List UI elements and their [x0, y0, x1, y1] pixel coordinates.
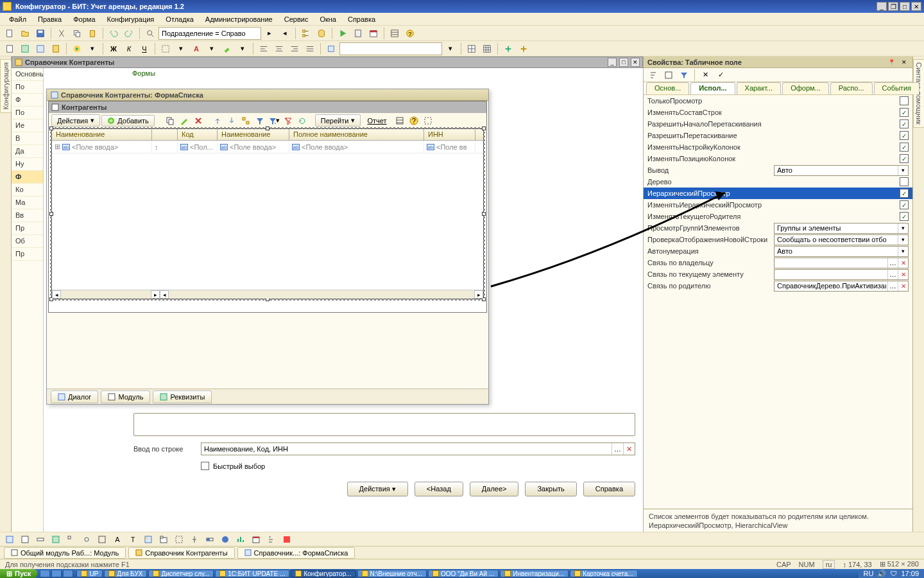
align-center-icon[interactable] [272, 42, 286, 56]
group-icon[interactable] [662, 68, 676, 82]
chart-widget-icon[interactable] [234, 532, 248, 547]
stop-icon[interactable]: ▾ [85, 42, 99, 56]
filter-clear-icon[interactable] [282, 114, 295, 127]
wtab-reference[interactable]: Справочник Контрагенты [128, 547, 234, 559]
scroll-right2-icon[interactable]: ▸ [474, 290, 483, 299]
group-widget-icon[interactable] [172, 532, 186, 547]
calendar-widget-icon[interactable] [249, 532, 263, 547]
prop-tab[interactable]: События [874, 82, 920, 94]
report-button[interactable]: Отчет [362, 116, 391, 126]
cell[interactable]: ↕ [152, 141, 178, 153]
clear-icon[interactable]: ✕ [898, 281, 908, 291]
column-header[interactable]: Полное наименование [289, 129, 424, 140]
cell[interactable]: ab <Поле ввода> [289, 141, 424, 153]
checkbox-icon[interactable]: ✓ [900, 154, 909, 163]
resize-handle[interactable] [482, 127, 486, 130]
tree-item[interactable]: Ф [12, 94, 43, 107]
prop-tab[interactable]: Характ... [737, 82, 782, 94]
add2-icon[interactable] [517, 42, 531, 56]
menu-debug[interactable]: Отладка [160, 14, 198, 24]
widget2-icon[interactable] [18, 532, 32, 547]
taskbar-app[interactable]: N:\Внешние отч... [357, 570, 427, 577]
ellipsis-icon[interactable]: … [887, 270, 898, 279]
cell-icon[interactable] [324, 42, 338, 56]
tray-icon[interactable]: 🔊 [877, 570, 886, 578]
search-input[interactable] [158, 27, 261, 40]
close-button[interactable]: Закрыть [525, 482, 576, 496]
underline-icon[interactable]: Ч [137, 42, 151, 56]
input-by-string-field[interactable]: Наименование, Код, ИНН … ✕ [201, 442, 635, 455]
tab-forms[interactable]: Формы [127, 68, 160, 80]
widget4-icon[interactable] [49, 532, 63, 547]
clear-icon[interactable]: ✕ [698, 68, 712, 82]
resize-handle[interactable] [266, 127, 270, 130]
tree-widget-icon[interactable] [264, 532, 278, 547]
tree-item[interactable]: Ма [12, 197, 43, 209]
cell[interactable]: ab <Поле ввода> [218, 141, 289, 153]
chevron-down-icon[interactable]: ▾ [898, 235, 908, 245]
tree-item[interactable]: Ф [12, 171, 43, 184]
resize-handle[interactable] [49, 127, 53, 130]
tree-item[interactable]: Да [12, 145, 43, 158]
menu-file[interactable]: Файл [4, 14, 31, 24]
chevron-down-icon[interactable]: ▾ [898, 247, 908, 256]
column-header[interactable] [152, 129, 178, 140]
ql-icon[interactable] [40, 570, 50, 577]
copy-icon[interactable] [164, 114, 176, 127]
splitter-widget-icon[interactable] [187, 532, 201, 547]
calendar-icon[interactable] [366, 26, 381, 40]
clear-icon[interactable]: ✕ [623, 443, 635, 455]
align-justify-icon[interactable] [303, 42, 317, 56]
ql-icon[interactable] [51, 570, 62, 577]
scroll-left-icon[interactable]: ◂ [52, 290, 61, 299]
column-header[interactable]: ИНН [424, 129, 475, 140]
clear-icon[interactable]: ✕ [898, 270, 908, 279]
tray-lang[interactable]: RU [864, 570, 874, 577]
delete-icon[interactable] [192, 114, 205, 127]
taskbar-app[interactable]: Для БУХ [104, 570, 147, 577]
prop-select[interactable]: Сообщать о несоответствии отбору▾ [774, 234, 909, 245]
quick-select-checkbox[interactable]: Быстрый выбор [201, 462, 265, 470]
checkbox-icon[interactable]: ✓ [900, 212, 909, 221]
clear-icon[interactable]: ✕ [898, 258, 908, 268]
grid1-icon[interactable] [465, 42, 479, 56]
prop-select[interactable]: Группы и элементы▾ [774, 223, 909, 234]
sort-icon[interactable] [646, 68, 660, 82]
db-icon[interactable] [314, 26, 329, 40]
goto-button[interactable]: Перейти ▾ [315, 114, 361, 127]
open-icon[interactable] [18, 26, 32, 40]
props-icon[interactable] [388, 26, 402, 40]
menu-help[interactable]: Справка [343, 14, 381, 24]
add-icon[interactable] [501, 42, 515, 56]
prop-select[interactable]: …✕ [774, 258, 909, 268]
taskbar-app[interactable]: Конфигуратор... [291, 570, 355, 577]
tree-item[interactable]: Основные [12, 68, 43, 81]
search-icon[interactable] [143, 26, 157, 40]
menu-admin[interactable]: Администрирование [200, 14, 278, 24]
checkbox-icon[interactable]: ✓ [900, 200, 909, 209]
column-header[interactable]: Код [178, 129, 218, 140]
highlight-dd-icon[interactable]: ▾ [235, 42, 250, 56]
search-prev-icon[interactable]: ◂ [278, 26, 292, 40]
taskbar-app[interactable]: Инвентаризаци... [500, 570, 569, 577]
tree-item[interactable]: Об [12, 235, 43, 248]
help-icon[interactable]: ? [407, 114, 420, 127]
report-icon[interactable] [49, 42, 63, 56]
menu-edit[interactable]: Правка [33, 14, 67, 24]
cut-icon[interactable] [55, 26, 69, 40]
menu-windows[interactable]: Окна [314, 14, 341, 24]
apply-icon[interactable]: ✓ [714, 68, 728, 82]
doc-icon[interactable] [3, 42, 17, 56]
taskbar-app[interactable]: UP [76, 570, 103, 577]
minimize-button[interactable]: _ [877, 2, 887, 11]
prop-tab[interactable]: Распо... [830, 82, 873, 94]
new-icon[interactable] [3, 26, 17, 40]
taskbar-app[interactable]: ООО "Ди Ви Ай ... [428, 570, 499, 577]
tree-item[interactable]: По [12, 81, 43, 94]
subwin-close-button[interactable]: ✕ [631, 58, 640, 67]
ellipsis-icon[interactable]: … [887, 281, 898, 291]
font-color-icon[interactable]: А [189, 42, 203, 56]
taskbar-app[interactable]: Диспетчер слу... [148, 570, 214, 577]
column-splitter[interactable] [152, 129, 156, 290]
tree-item[interactable]: Ко [12, 184, 43, 197]
